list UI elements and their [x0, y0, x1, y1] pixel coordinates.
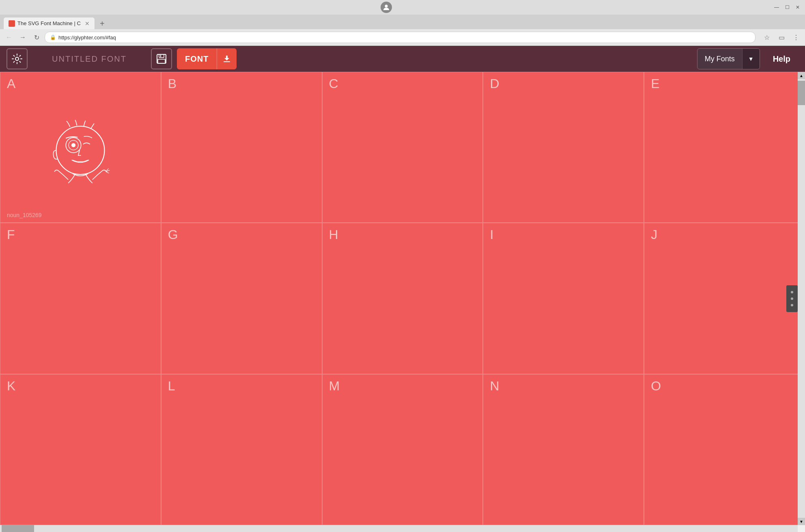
glyph-letter-j: J	[651, 228, 657, 241]
glyph-grid: A	[0, 72, 805, 525]
dot-3	[791, 304, 793, 306]
svg-point-1	[15, 57, 19, 60]
window-controls: — ☐ ✕	[773, 3, 802, 11]
my-fonts-dropdown-icon: ▼	[742, 49, 760, 69]
glyph-cell-f[interactable]: F	[0, 223, 161, 374]
glyph-cell-h[interactable]: H	[322, 223, 483, 374]
glyph-letter-o: O	[651, 379, 661, 392]
app-wrapper: FONT My Fonts ▼ Help A	[0, 46, 805, 532]
new-tab-button[interactable]: +	[97, 18, 108, 29]
font-download-icon	[217, 48, 237, 69]
glyph-cell-e[interactable]: E	[644, 72, 805, 223]
settings-button[interactable]	[6, 48, 28, 69]
dot-1	[791, 291, 793, 293]
save-button[interactable]	[151, 48, 172, 69]
refresh-button[interactable]: ↻	[31, 32, 42, 43]
glyph-letter-g: G	[168, 228, 178, 241]
svg-point-10	[71, 143, 75, 147]
glyph-letter-e: E	[651, 77, 659, 90]
glyph-letter-d: D	[490, 77, 499, 90]
glyph-letter-c: C	[329, 77, 338, 90]
lock-icon: 🔒	[50, 34, 56, 40]
font-download-button[interactable]: FONT	[177, 48, 237, 69]
tab-favicon	[9, 20, 15, 27]
glyph-letter-m: M	[329, 379, 340, 392]
glyph-letter-k: K	[7, 379, 15, 392]
svg-rect-3	[159, 54, 164, 58]
svg-rect-4	[158, 59, 165, 63]
glyph-cell-i[interactable]: I	[483, 223, 644, 374]
scroll-thumb[interactable]	[798, 81, 805, 105]
toolbar-right: ☆ ▭ ⋮	[761, 32, 802, 43]
tab-bar: The SVG Font Machine | C ✕ +	[0, 15, 805, 29]
glyph-letter-i: I	[490, 228, 493, 241]
vertical-scrollbar[interactable]: ▲ ▼	[798, 72, 805, 525]
close-button[interactable]: ✕	[794, 3, 802, 11]
cast-icon[interactable]: ▭	[776, 32, 787, 43]
minimize-button[interactable]: —	[773, 3, 781, 11]
glyph-cell-k[interactable]: K	[0, 374, 161, 525]
my-fonts-button[interactable]: My Fonts ▼	[697, 48, 760, 69]
glyph-area: A	[0, 72, 805, 525]
glyph-letter-f: F	[7, 228, 15, 241]
menu-icon[interactable]: ⋮	[790, 32, 802, 43]
right-panel-dots[interactable]	[786, 285, 798, 312]
glyph-image-a	[44, 119, 117, 188]
bookmark-icon[interactable]: ☆	[761, 32, 773, 43]
font-name-input[interactable]	[32, 52, 146, 66]
tab-close-button[interactable]: ✕	[85, 20, 90, 27]
glyph-letter-n: N	[490, 379, 499, 392]
glyph-cell-a[interactable]: A	[0, 72, 161, 223]
glyph-letter-a: A	[7, 77, 15, 90]
svg-point-7	[56, 126, 105, 174]
scroll-up-button[interactable]: ▲	[798, 72, 805, 79]
tab-title: The SVG Font Machine | C	[17, 20, 81, 26]
glyph-cell-j[interactable]: J	[644, 223, 805, 374]
font-btn-label: FONT	[177, 48, 217, 69]
glyph-cell-d[interactable]: D	[483, 72, 644, 223]
glyph-cell-g[interactable]: G	[161, 223, 322, 374]
svg-rect-2	[157, 54, 166, 63]
user-icon	[381, 2, 392, 13]
horizontal-scrollbar[interactable]	[0, 525, 798, 532]
glyph-cell-b[interactable]: B	[161, 72, 322, 223]
glyph-letter-h: H	[329, 228, 338, 241]
address-input[interactable]: 🔒 https://glyphter.com/#faq	[45, 32, 755, 43]
svg-rect-6	[224, 61, 230, 62]
browser-chrome: — ☐ ✕ The SVG Font Machine | C ✕ + ← → ↻…	[0, 0, 805, 46]
glyph-cell-l[interactable]: L	[161, 374, 322, 525]
url-text: https://glyphter.com/#faq	[58, 34, 116, 41]
scroll-down-button[interactable]: ▼	[798, 518, 805, 525]
glyph-content-a	[7, 90, 154, 218]
back-button[interactable]: ←	[3, 32, 15, 43]
forward-button[interactable]: →	[17, 32, 28, 43]
glyph-letter-l: L	[168, 379, 175, 392]
dot-2	[791, 297, 793, 300]
app-header: FONT My Fonts ▼ Help	[0, 46, 805, 72]
horizontal-scroll-thumb[interactable]	[2, 525, 34, 532]
svg-point-0	[385, 5, 388, 8]
maximize-button[interactable]: ☐	[783, 3, 791, 11]
svg-rect-5	[160, 55, 161, 57]
address-bar: ← → ↻ 🔒 https://glyphter.com/#faq ☆ ▭ ⋮	[0, 29, 805, 45]
glyph-cell-n[interactable]: N	[483, 374, 644, 525]
glyph-cell-c[interactable]: C	[322, 72, 483, 223]
my-fonts-label: My Fonts	[697, 49, 742, 69]
active-tab[interactable]: The SVG Font Machine | C ✕	[3, 17, 95, 29]
glyph-cell-m[interactable]: M	[322, 374, 483, 525]
glyph-letter-b: B	[168, 77, 176, 90]
title-bar: — ☐ ✕	[0, 0, 805, 15]
glyph-name-a: noun_105269	[7, 212, 42, 218]
help-button[interactable]: Help	[765, 54, 799, 64]
glyph-cell-o[interactable]: O	[644, 374, 805, 525]
